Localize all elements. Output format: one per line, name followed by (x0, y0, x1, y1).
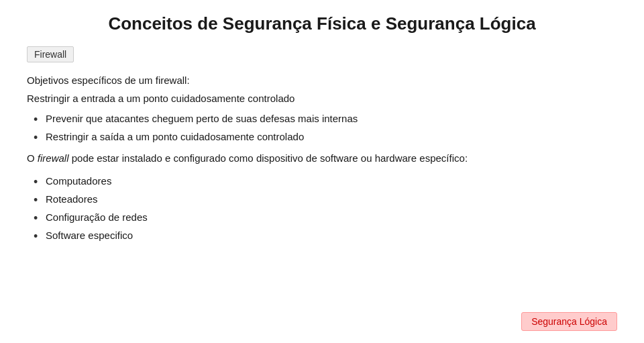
list-item: Prevenir que atacantes cheguem perto de … (27, 109, 617, 128)
bullets-list-1: Prevenir que atacantes cheguem perto de … (27, 109, 617, 146)
objectives-label-text: Objetivos específicos de um firewall: (27, 75, 190, 86)
bullets-list-2: Computadores Roteadores Configuração de … (27, 172, 617, 244)
firewall-para-suffix: pode estar instalado e configurado como … (69, 152, 468, 164)
objectives-section: Objetivos específicos de um firewall: Re… (27, 73, 617, 105)
list-item: Configuração de redes (27, 208, 617, 226)
page-title: Conceitos de Segurança Física e Seguranç… (27, 13, 617, 34)
entry-line: Restringir a entrada a um ponto cuidados… (27, 91, 617, 105)
list-item: Computadores (27, 172, 617, 190)
firewall-para-italic: firewall (38, 152, 69, 164)
firewall-para-prefix: O (27, 152, 38, 164)
entry-line-text: Restringir a entrada a um ponto cuidados… (27, 93, 294, 104)
list-item: Restringir a saída a um ponto cuidadosam… (27, 128, 617, 146)
firewall-paragraph: O firewall pode estar instalado e config… (27, 151, 617, 166)
bottom-badge: Segurança Lógica (521, 312, 617, 331)
page-container: Conceitos de Segurança Física e Seguranç… (0, 0, 644, 343)
list-item: Roteadores (27, 190, 617, 208)
firewall-badge: Firewall (27, 46, 74, 62)
objectives-label: Objetivos específicos de um firewall: (27, 73, 617, 87)
list-item: Software especifico (27, 226, 617, 244)
